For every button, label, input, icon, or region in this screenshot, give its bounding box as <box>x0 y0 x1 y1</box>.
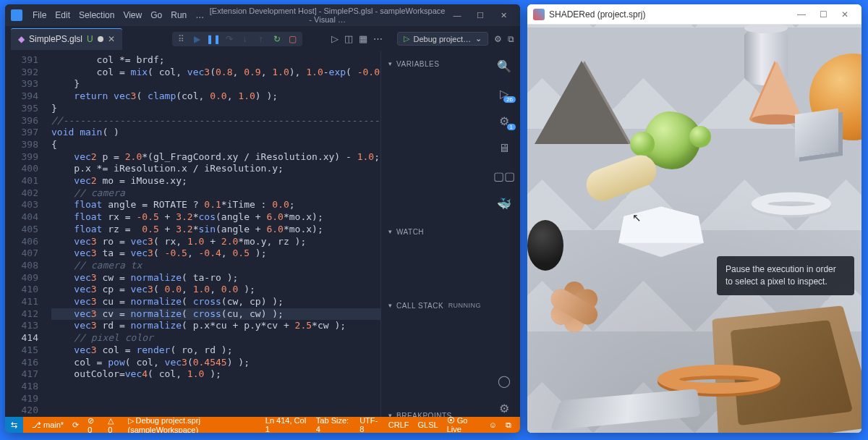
tab-bar: ◆ SimplePS.glsl U ✕ ⠿ ▶ ❚❚ ↷ ↓ ↑ ↻ ▢ ▷ ◫… <box>5 26 520 51</box>
shadered-window: SHADERed (project.sprj) — ☐ ✕ ↖ Pause th… <box>527 4 861 433</box>
inspect-tooltip: Pause the execution in order to select a… <box>717 256 854 295</box>
tab-close-icon[interactable]: ✕ <box>108 34 115 44</box>
continue-icon[interactable]: ▶ <box>192 34 203 44</box>
debug-play-icon[interactable]: ▷ <box>404 34 409 43</box>
shadered-title: SHADERed (project.sprj) <box>549 9 645 20</box>
more-actions-icon[interactable]: ⋯ <box>373 33 383 44</box>
activity-bar: 🔍 ▷26 ⚙1 🖥 ▢▢ 🐳 ◯ ⚙ <box>488 51 520 417</box>
callstack-status: RUNNING <box>448 302 482 309</box>
mouse-cursor-icon: ↖ <box>632 211 642 224</box>
debug-status[interactable]: ▷ Debug project.sprj (sampleWorkspace) <box>124 416 261 433</box>
scene-cube <box>795 109 838 158</box>
sh-minimize-button[interactable]: — <box>791 9 812 20</box>
sh-maximize-button[interactable]: ☐ <box>812 9 834 20</box>
debug-config-dropdown[interactable]: ▷ Debug project… ⌄ <box>397 32 489 46</box>
menu-run[interactable]: Run <box>166 10 191 20</box>
editor-body: 3913923933943953963973983994004014024034… <box>5 51 520 417</box>
tab-label: SimplePS.glsl <box>29 34 82 44</box>
eol[interactable]: CRLF <box>384 420 414 429</box>
scene-hexagon <box>618 216 704 243</box>
tab-git-status: U <box>87 34 93 44</box>
panel-callstack-head[interactable]: ▾ CALL STACK RUNNING <box>381 297 489 313</box>
run-debug-icon[interactable]: ▷26 <box>495 85 513 102</box>
vscode-window: File Edit Selection View Go Run … [Exten… <box>5 4 520 433</box>
line-gutter: 3913923933943953963973983994004014024034… <box>5 51 47 417</box>
menu-view[interactable]: View <box>119 10 146 20</box>
encoding[interactable]: UTF-8 <box>355 416 384 433</box>
vscode-titlebar: File Edit Selection View Go Run … [Exten… <box>5 4 520 26</box>
ext-badge: 1 <box>507 124 516 130</box>
extensions-icon[interactable]: ⚙1 <box>495 112 513 130</box>
maximize-button[interactable]: ☐ <box>469 8 491 22</box>
panel-watch-label: WATCH <box>396 228 424 236</box>
git-sync[interactable]: ⟳ <box>68 420 83 430</box>
breadcrumb-icon[interactable]: ⧉ <box>508 34 514 44</box>
notifications-icon[interactable]: ⧉ <box>501 420 516 430</box>
remote-indicator[interactable]: ⇆ <box>5 417 23 433</box>
scene-cone <box>752 61 802 119</box>
editor-column: 3913923933943953963973983994004014024034… <box>5 51 380 417</box>
vscode-logo-icon <box>11 9 22 21</box>
menu-edit[interactable]: Edit <box>51 10 75 20</box>
scene-torus <box>752 192 831 216</box>
close-button[interactable]: ✕ <box>493 8 514 22</box>
docker-icon[interactable]: 🐳 <box>495 195 513 212</box>
step-in-icon[interactable]: ↓ <box>240 34 250 44</box>
step-out-icon[interactable]: ↑ <box>256 34 266 44</box>
shadered-titlebar: SHADERed (project.sprj) — ☐ ✕ <box>527 4 861 25</box>
chevron-down-icon: ▾ <box>388 228 393 235</box>
panel-variables-head[interactable]: ▾ VARIABLES <box>381 56 489 72</box>
window-title: [Extension Development Host] - SimplePS.… <box>208 7 446 24</box>
git-branch[interactable]: ⎇main* <box>27 420 68 430</box>
chevron-down-icon[interactable]: ⌄ <box>475 34 482 43</box>
tab-dirty-dot-icon <box>98 36 103 42</box>
remote-explorer-icon[interactable]: 🖥 <box>495 140 513 157</box>
go-live[interactable]: ⦿ Go Live <box>443 416 485 433</box>
menu-go[interactable]: Go <box>146 10 166 20</box>
debug-badge: 26 <box>503 96 516 103</box>
panel-callstack-label: CALL STACK <box>396 302 443 310</box>
menu-more[interactable]: … <box>191 10 208 20</box>
status-bar: ⇆ ⎇main* ⟳ ⊘ 0 △ 0 ▷ Debug project.sprj … <box>5 417 520 433</box>
pause-icon[interactable]: ❚❚ <box>208 34 218 44</box>
panel-watch-head[interactable]: ▾ WATCH <box>381 224 489 240</box>
manage-gear-icon[interactable]: ⚙ <box>495 399 513 417</box>
panel-variables-body <box>381 72 489 224</box>
drag-handle-icon[interactable]: ⠿ <box>176 34 187 44</box>
code-editor[interactable]: col *= brdf; col = mix( col, vec3(0.8, 0… <box>47 51 380 417</box>
editor-actions: ▷ ◫ ▦ ⋯ <box>331 33 383 44</box>
restart-icon[interactable]: ↻ <box>272 34 282 44</box>
debug-floating-toolbar[interactable]: ⠿ ▶ ❚❚ ↷ ↓ ↑ ↻ ▢ <box>172 32 302 46</box>
scene-star <box>531 263 618 350</box>
grid-icon[interactable]: ▦ <box>359 33 367 44</box>
chevron-down-icon: ▾ <box>388 60 393 67</box>
settings-gear-icon[interactable]: ⚙ <box>494 34 502 44</box>
warnings-count[interactable]: △ 0 <box>103 416 123 433</box>
minimize-button[interactable]: — <box>446 8 468 22</box>
account-icon[interactable]: ◯ <box>495 372 513 389</box>
window-controls: — ☐ ✕ <box>446 8 514 22</box>
scene-ring <box>658 365 780 394</box>
panel-variables-label: VARIABLES <box>396 60 439 68</box>
stop-icon[interactable]: ▢ <box>288 34 298 44</box>
chevron-down-icon: ▾ <box>388 412 393 417</box>
tab-size[interactable]: Tab Size: 4 <box>312 416 355 433</box>
feedback-icon[interactable]: ☺ <box>485 420 501 429</box>
squares-icon[interactable]: ▢▢ <box>495 167 513 185</box>
debug-sidebar: ▾ VARIABLES ▾ WATCH ▾ CALL STACK RUNNING… <box>380 51 489 417</box>
scene-pyramid <box>535 61 629 144</box>
debug-config-label: Debug project… <box>414 35 472 43</box>
menu-file[interactable]: File <box>28 10 51 20</box>
cursor-position[interactable]: Ln 414, Col 1 <box>261 416 312 433</box>
menu-selection[interactable]: Selection <box>75 10 119 20</box>
split-editor-icon[interactable]: ◫ <box>344 33 353 44</box>
tab-simpleps[interactable]: ◆ SimplePS.glsl U ✕ <box>11 28 122 50</box>
run-play-icon[interactable]: ▷ <box>331 33 339 44</box>
language-mode[interactable]: GLSL <box>414 420 443 429</box>
step-over-icon[interactable]: ↷ <box>224 34 234 44</box>
sh-close-button[interactable]: ✕ <box>834 9 856 20</box>
panel-watch-body <box>381 240 489 297</box>
errors-count[interactable]: ⊘ 0 <box>83 416 103 433</box>
search-icon[interactable]: 🔍 <box>495 57 513 75</box>
shader-viewport[interactable]: ↖ Pause the execution in order to select… <box>527 25 861 433</box>
